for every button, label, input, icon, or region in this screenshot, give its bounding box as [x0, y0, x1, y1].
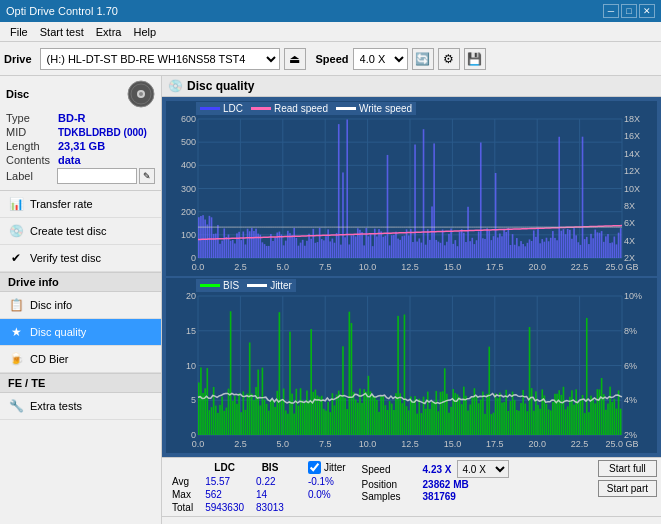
label-label: Label [6, 170, 57, 182]
fe-te-section: FE / TE [0, 373, 161, 393]
disc-info-icon: 📋 [8, 297, 24, 313]
total-bis: 83013 [250, 501, 290, 514]
sidebar-item-cd-bier-label: CD Bier [30, 353, 69, 365]
menu-extra[interactable]: Extra [90, 25, 128, 39]
titlebar: Opti Drive Control 1.70 ─ □ ✕ [0, 0, 661, 22]
jitter-checkbox[interactable] [308, 461, 321, 474]
read-speed-legend-label: Read speed [274, 103, 328, 114]
drive-select[interactable]: (H:) HL-DT-ST BD-RE WH16NS58 TST4 [40, 48, 280, 70]
jitter-label: Jitter [324, 462, 346, 473]
create-test-disc-icon: 💿 [8, 223, 24, 239]
bis-col-header: BIS [250, 460, 290, 475]
avg-bis: 0.22 [250, 475, 290, 488]
ldc-legend: LDC [200, 103, 243, 114]
sidebar-item-create-test-disc-label: Create test disc [30, 225, 106, 237]
position-label: Position [362, 479, 417, 490]
jitter-checkbox-label[interactable]: Jitter [308, 461, 346, 474]
disc-panel: Disc Type BD-R MID TDKBLDRBD (000) Lengt… [0, 76, 161, 191]
extra-tests-icon: 🔧 [8, 398, 24, 414]
start-full-button[interactable]: Start full [598, 460, 657, 477]
chart1-legend: LDC Read speed Write speed [196, 102, 416, 115]
chart2-legend: BIS Jitter [196, 279, 296, 292]
content-title-text: Disc quality [187, 79, 254, 93]
chart2-canvas [166, 278, 657, 453]
speed-select[interactable]: 4.0 X 2.0 X 1.0 X [353, 48, 408, 70]
refresh-button[interactable]: 🔄 [412, 48, 434, 70]
toolbar: Drive (H:) HL-DT-ST BD-RE WH16NS58 TST4 … [0, 42, 661, 76]
sidebar-item-verify-test-disc[interactable]: ✔ Verify test disc [0, 245, 161, 272]
main-layout: Disc Type BD-R MID TDKBLDRBD (000) Lengt… [0, 76, 661, 524]
samples-label: Samples [362, 491, 417, 502]
position-value: 23862 MB [423, 479, 469, 490]
jitter-legend-label: Jitter [270, 280, 292, 291]
label-edit-button[interactable]: ✎ [139, 168, 155, 184]
drive-info-section: Drive info [0, 272, 161, 292]
sidebar-item-cd-bier[interactable]: 🍺 CD Bier [0, 346, 161, 373]
write-speed-legend-label: Write speed [359, 103, 412, 114]
speed-stat-select[interactable]: 4.0 X [457, 460, 509, 478]
type-label: Type [6, 112, 58, 124]
stats-area: LDC BIS Jitter Avg 15.57 0.2 [162, 457, 661, 516]
ldc-legend-color [200, 107, 220, 110]
ldc-col-header: LDC [199, 460, 250, 475]
menu-start-test[interactable]: Start test [34, 25, 90, 39]
bis-legend-color [200, 284, 220, 287]
avg-jitter: -0.1% [302, 475, 352, 488]
charts-area: LDC Read speed Write speed [162, 97, 661, 457]
chart1-canvas [166, 101, 657, 276]
sidebar-item-transfer-rate[interactable]: 📊 Transfer rate [0, 191, 161, 218]
start-part-button[interactable]: Start part [598, 480, 657, 497]
max-jitter: 0.0% [302, 488, 352, 501]
sidebar-item-extra-tests-label: Extra tests [30, 400, 82, 412]
position-stat-row: Position 23862 MB [362, 479, 510, 490]
menu-help[interactable]: Help [127, 25, 162, 39]
verify-test-disc-icon: ✔ [8, 250, 24, 266]
avg-ldc: 15.57 [199, 475, 250, 488]
drive-label: Drive [4, 53, 32, 65]
ldc-legend-label: LDC [223, 103, 243, 114]
close-button[interactable]: ✕ [639, 4, 655, 18]
save-button[interactable]: 💾 [464, 48, 486, 70]
window-controls[interactable]: ─ □ ✕ [603, 4, 655, 18]
samples-stat-row: Samples 381769 [362, 491, 510, 502]
menu-file[interactable]: File [4, 25, 34, 39]
sidebar-item-disc-info[interactable]: 📋 Disc info [0, 292, 161, 319]
bis-legend-label: BIS [223, 280, 239, 291]
sidebar-item-verify-test-disc-label: Verify test disc [30, 252, 101, 264]
speed-label: Speed [316, 53, 349, 65]
read-speed-legend-color [251, 107, 271, 110]
svg-point-2 [139, 92, 143, 96]
mid-label: MID [6, 126, 58, 138]
label-input[interactable] [57, 168, 137, 184]
cd-bier-icon: 🍺 [8, 351, 24, 367]
settings-button[interactable]: ⚙ [438, 48, 460, 70]
chart1-container: LDC Read speed Write speed [166, 101, 657, 276]
mid-value: TDKBLDRBD (000) [58, 127, 147, 138]
start-buttons: Start full Start part [598, 460, 657, 497]
sidebar-item-disc-info-label: Disc info [30, 299, 72, 311]
max-ldc: 562 [199, 488, 250, 501]
length-value: 23,31 GB [58, 140, 105, 152]
stats-table: LDC BIS Jitter Avg 15.57 0.2 [166, 460, 352, 514]
content-title: 💿 Disc quality [168, 79, 254, 93]
minimize-button[interactable]: ─ [603, 4, 619, 18]
bis-legend: BIS [200, 280, 239, 291]
read-speed-legend: Read speed [251, 103, 328, 114]
content-area: 💿 Disc quality LDC Read speed [162, 76, 661, 524]
sidebar-item-disc-quality-label: Disc quality [30, 326, 86, 338]
max-bis: 14 [250, 488, 290, 501]
jitter-legend: Jitter [247, 280, 292, 291]
sidebar-item-disc-quality[interactable]: ★ Disc quality [0, 319, 161, 346]
disc-quality-icon: ★ [8, 324, 24, 340]
right-stats: Speed 4.23 X 4.0 X Position 23862 MB Sam… [362, 460, 510, 502]
total-ldc: 5943630 [199, 501, 250, 514]
sidebar-item-extra-tests[interactable]: 🔧 Extra tests [0, 393, 161, 420]
contents-label: Contents [6, 154, 58, 166]
sidebar-item-transfer-rate-label: Transfer rate [30, 198, 93, 210]
sidebar-item-create-test-disc[interactable]: 💿 Create test disc [0, 218, 161, 245]
app-title: Opti Drive Control 1.70 [6, 5, 118, 17]
write-speed-legend: Write speed [336, 103, 412, 114]
eject-button[interactable]: ⏏ [284, 48, 306, 70]
maximize-button[interactable]: □ [621, 4, 637, 18]
type-value: BD-R [58, 112, 86, 124]
